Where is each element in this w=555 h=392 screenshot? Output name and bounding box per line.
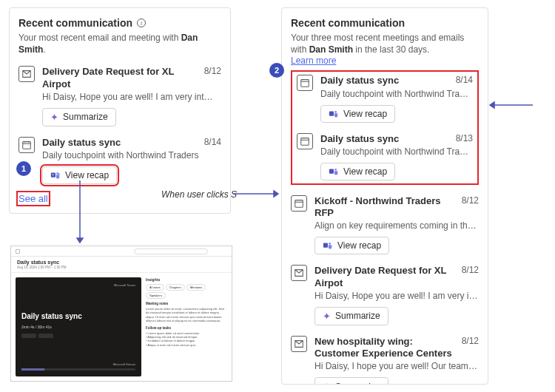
item-date: 8/14 [456,75,473,87]
sparkle-icon: ✦ [323,311,331,322]
item-date: 8/14 [204,137,221,149]
sparkle-icon: ✦ [323,381,331,385]
svg-rect-0 [23,142,31,149]
followups-para: • Lorem ipsum dolor sit amet consectetur… [146,331,227,348]
recent-communication-panel-left: Recent communication i Your most recent … [9,7,231,214]
stream-tag: Microsoft Stream [113,362,135,366]
svg-point-11 [334,111,337,113]
calendar-icon [297,133,313,149]
summarize-button[interactable]: ✦ Summarize [42,108,116,126]
teams-icon: T [50,170,61,180]
view-recap-button[interactable]: View recap [320,105,395,123]
item-preview: Hi Daisy, Hope you are well! I am very i… [314,291,479,301]
mail-icon [291,265,307,281]
chip-chapters[interactable]: Chapters [166,284,185,291]
annotation-click-text: When user clicks S [161,189,237,200]
teams-icon [329,109,339,119]
panel-title: Recent communication [18,17,132,29]
calendar-icon [297,75,313,91]
panel-subtext: Your most recent email and meeting with … [18,32,221,55]
svg-marker-23 [77,238,83,243]
svg-rect-8 [301,80,309,87]
svg-rect-12 [301,138,309,145]
item-preview: Daily touchpoint with Northwind Traders [42,150,221,160]
svg-rect-16 [295,200,303,208]
view-recap-button[interactable]: View recap [314,237,389,254]
svg-marker-21 [274,191,278,197]
recap-title: Daily status sync [17,260,226,265]
summarize-button[interactable]: ✦ Summarize [314,377,388,385]
svg-rect-14 [329,169,334,173]
notes-para: Lorem ipsum dolor sit amet, consectetur … [146,307,227,323]
item-preview: Daily touchpoint with Northwind Traders [320,146,473,157]
calendar-icon [291,195,307,212]
svg-marker-25 [490,102,494,108]
item-title: Delivery Date Request for XL Airpot [42,66,198,90]
svg-point-19 [329,243,331,245]
svg-point-15 [334,169,337,171]
teams-icon [329,166,339,177]
item-title: Delivery Date Request for XL Airpot [314,265,456,289]
chip-speakers[interactable]: Speakers [146,292,166,299]
notes-header: Meeting notes [146,302,227,305]
svg-rect-18 [323,243,328,248]
recap-titlebar [11,246,232,257]
svg-text:T: T [53,173,55,177]
video-title: Daily status sync [21,312,135,320]
teams-icon [323,240,333,251]
item-preview: Hi Daisy, I hope you are well! Our team … [314,361,479,371]
panel-title: Recent communication [291,17,479,29]
calendar-icon [18,137,35,153]
search-input[interactable] [134,249,208,254]
item-date: 8/12 [204,66,221,90]
chip-ai-notes[interactable]: AI notes [146,284,164,291]
chip-mentions[interactable]: Mentions [186,284,206,291]
highlighted-group: Daily status sync 8/14 Daily touchpoint … [291,70,479,185]
svg-point-6 [56,172,58,175]
item-date: 8/12 [462,336,479,360]
item-date: 8/13 [456,133,473,145]
svg-rect-10 [329,111,334,115]
item-title: Daily status sync [42,137,121,149]
mail-icon [291,336,307,352]
item-title: Daily status sync [320,133,399,145]
summarize-button[interactable]: ✦ Summarize [314,307,388,325]
view-recap-button[interactable]: T View recap [42,166,117,184]
panel-subtext: Your three most recent meetings and emai… [291,32,479,55]
video-meta: 2min 4s / 30m 41s [21,325,135,329]
insights-header: Insights [146,277,227,282]
video-scrubber[interactable] [21,368,135,371]
item-preview: Hi Daisy, Hope you are well! I am very i… [42,92,221,102]
communication-item[interactable]: New hospitality wing: Customer Experienc… [291,336,479,385]
app-icon [16,249,20,254]
item-title: New hospitality wing: Customer Experienc… [314,336,456,360]
mail-icon [18,66,35,82]
svg-point-7 [58,173,60,175]
followups-header: Follow-up tasks [146,326,227,330]
info-icon[interactable]: i [137,18,146,27]
play-button[interactable] [21,334,36,338]
annotation-badge-1: 1 [16,161,31,176]
recap-window: Daily status sync Aug 14, 2024 1:00 PM –… [10,246,232,382]
item-title: Daily status sync [320,75,399,87]
communication-item[interactable]: Daily status sync 8/13 Daily touchpoint … [297,133,473,180]
view-recap-button[interactable]: View recap [320,163,395,180]
video-control[interactable] [38,334,53,338]
see-all-link[interactable]: See all [18,193,48,204]
item-preview: Align on key requirements coming in the … [314,220,479,231]
communication-item[interactable]: Daily status sync 8/14 Daily touchpoint … [297,75,473,122]
recent-communication-panel-right: Recent communication Your three most rec… [281,7,488,385]
recap-subtitle: Aug 14, 2024 1:00 PM – 1:30 PM [17,266,226,269]
item-date: 8/12 [462,265,479,289]
communication-item[interactable]: Daily status sync 8/14 Daily touchpoint … [18,137,221,184]
recap-insights-pane: Insights AI notes Chapters Mentions Spea… [146,273,232,381]
recap-header: Daily status sync Aug 14, 2024 1:00 PM –… [11,257,232,273]
communication-item[interactable]: Kickoff - Northwind Traders RFP 8/12 Ali… [291,195,479,255]
communication-item[interactable]: Delivery Date Request for XL Airpot 8/12… [18,66,221,126]
sparkle-icon: ✦ [50,112,58,123]
recap-video-player[interactable]: Microsoft Teams Daily status sync 2min 4… [16,277,141,376]
annotation-badge-2: 2 [269,63,284,78]
item-title: Kickoff - Northwind Traders RFP [314,195,456,220]
learn-more-link[interactable]: Learn more [291,55,336,66]
communication-item[interactable]: Delivery Date Request for XL Airpot 8/12… [291,265,479,325]
